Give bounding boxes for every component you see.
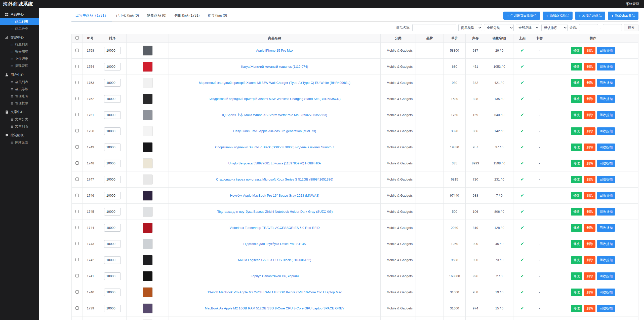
row-checkbox[interactable] [75,242,79,245]
product-name-link[interactable]: Uniqlo Ветровка 558977081 L Жовта (11597… [228,161,321,165]
amount-min-input[interactable] [579,24,598,31]
row-checkbox[interactable] [75,145,79,149]
sort-input[interactable] [104,289,121,296]
edit-button[interactable]: 修改 [571,79,582,87]
tab-recommended[interactable]: 推荐商品 (0) [204,10,231,21]
product-type-select[interactable]: 商品类型 [458,24,482,31]
row-checkbox[interactable] [75,49,79,52]
delete-button[interactable]: 删除 [584,192,595,199]
product-name-link[interactable]: Підставка для ноутбука OfficePro LS113S [243,242,306,246]
sidebar-item-admin-accounts[interactable]: ⊞管理账号 [0,93,39,100]
sidebar-item-article-category[interactable]: ⊞文章分类 [0,116,39,123]
edit-button[interactable]: 修改 [571,111,582,119]
sort-input[interactable] [104,144,121,151]
row-checkbox[interactable] [75,258,79,261]
sort-input[interactable] [104,208,121,216]
recycle-discount-button[interactable]: 回收折扣 [597,160,615,167]
amount-max-input[interactable] [603,24,622,31]
recycle-discount-button[interactable]: 回收折扣 [597,111,615,119]
sort-input[interactable] [104,111,121,119]
row-checkbox[interactable] [75,81,79,84]
edit-button[interactable]: 修改 [571,192,582,199]
edit-button[interactable]: 修改 [571,272,582,280]
recycle-discount-button[interactable]: 回收折扣 [597,305,615,312]
product-name-link[interactable]: MacBook Air Apple M2 16GB RAM 512GB SSD … [205,306,344,310]
product-name-link[interactable]: Підставка для ноутбука Baseus Zhichi Not… [217,210,333,214]
product-name-link[interactable]: Ноутбук Apple MacBook Pro 16" Space Gray… [230,194,319,197]
delete-button[interactable]: 删除 [584,256,595,264]
edit-button[interactable]: 修改 [571,144,582,151]
product-name-link[interactable]: Миша Logitech G502 X PLUS Black (910-006… [238,258,311,262]
sort-input[interactable] [104,272,121,280]
edit-button[interactable]: 修改 [571,240,582,248]
row-checkbox[interactable] [75,194,79,197]
brand-select[interactable]: 全部品牌 [516,24,539,31]
sort-input[interactable] [104,79,121,87]
product-name-link[interactable]: Стаціонарна ігрова приставка Microsoft X… [216,177,333,181]
recycle-discount-button[interactable]: 回收折扣 [597,192,615,199]
row-checkbox[interactable] [75,161,79,165]
tab-off-shelf[interactable]: 已下架商品 (0) [112,10,143,21]
delete-button[interactable]: 删除 [584,63,595,70]
sidebar-item-site-settings[interactable]: ⊞网站设置 [0,139,39,146]
sidebar-item-withdraw-management[interactable]: ⊞提现管理 [0,62,39,69]
sidebar-item-product-list[interactable]: ⊞商品列表 [0,18,39,25]
add-virtual-product-button[interactable]: +添加虚拟商品 [543,12,573,20]
sort-input[interactable] [104,160,121,167]
sort-order-select[interactable]: 默认排序 [541,24,568,31]
product-name-link[interactable]: Бездротовий зарядний пристрій Xiaomi 50W… [209,97,341,101]
sidebar-item-member-level[interactable]: ⊞会员等级 [0,86,39,93]
product-name-input[interactable] [412,24,456,31]
recycle-discount-button[interactable]: 回收折扣 [597,272,615,280]
recycle-discount-button[interactable]: 回收折扣 [597,79,615,87]
recycle-discount-button[interactable]: 回收折扣 [597,256,615,264]
recycle-discount-button[interactable]: 回收折扣 [597,47,615,54]
set-all-recycle-discount-button[interactable]: +全部设置回收折扣 [503,12,540,20]
sidebar-item-fund-details[interactable]: ⊞资金明细 [0,48,39,55]
row-checkbox[interactable] [75,226,79,229]
edit-button[interactable]: 修改 [571,95,582,103]
edit-button[interactable]: 修改 [571,305,582,312]
product-name-link[interactable]: IQ Sports 上衣 Malia Wmns XS Storm Weth/Pa… [222,113,327,117]
sidebar-section-product-center[interactable]: 商品中心 [0,11,39,18]
product-name-link[interactable]: Спортивний годинник Suunto 7 Black (SS05… [215,145,334,149]
edit-button[interactable]: 修改 [571,160,582,167]
sort-input[interactable] [104,256,121,264]
category-select[interactable]: 全部分类 [484,24,514,31]
recycle-discount-button[interactable]: 回收折扣 [597,95,615,103]
row-checkbox[interactable] [75,113,79,116]
sidebar-section-article-center[interactable]: 文章中心 [0,108,39,116]
sidebar-item-article-list[interactable]: ⊞文章列表 [0,123,39,130]
sort-input[interactable] [104,240,121,248]
delete-button[interactable]: 删除 [584,224,595,232]
sidebar-section-user-center[interactable]: 用户中心 [0,71,39,79]
row-checkbox[interactable] [75,129,79,132]
tab-out-of-stock[interactable]: 缺货商品 (0) [143,10,170,21]
add-ebay-product-button[interactable]: +添加ebay商品 [608,12,638,20]
product-name-link[interactable]: 13-inch MacBook Pro Apple M2 24GB RAM 1T… [207,290,342,294]
row-checkbox[interactable] [75,306,79,310]
row-checkbox[interactable] [75,65,79,68]
delete-button[interactable]: 删除 [584,305,595,312]
edit-button[interactable]: 修改 [571,176,582,183]
system-admin-link[interactable]: 系统管理 [626,2,639,6]
search-button[interactable]: 搜索 [624,24,638,31]
product-name-link[interactable]: Корпус Canon/Nikon D6, чорний [251,274,299,278]
recycle-discount-button[interactable]: 回收折扣 [597,176,615,183]
add-normal-product-button[interactable]: +添加普通商品 [575,12,605,20]
edit-button[interactable]: 修改 [571,208,582,216]
sort-input[interactable] [104,63,121,70]
sort-input[interactable] [104,305,121,312]
row-checkbox[interactable] [75,177,79,181]
row-checkbox[interactable] [75,274,79,277]
sidebar-section-control-panel[interactable]: 控制面板 [0,131,39,139]
delete-button[interactable]: 删除 [584,240,595,248]
row-checkbox[interactable] [75,290,79,294]
sort-input[interactable] [104,127,121,135]
edit-button[interactable]: 修改 [571,289,582,296]
sidebar-item-member-list[interactable]: ⊞会员列表 [0,79,39,86]
delete-button[interactable]: 删除 [584,289,595,296]
delete-button[interactable]: 删除 [584,160,595,167]
recycle-discount-button[interactable]: 回收折扣 [597,289,615,296]
delete-button[interactable]: 删除 [584,79,595,87]
